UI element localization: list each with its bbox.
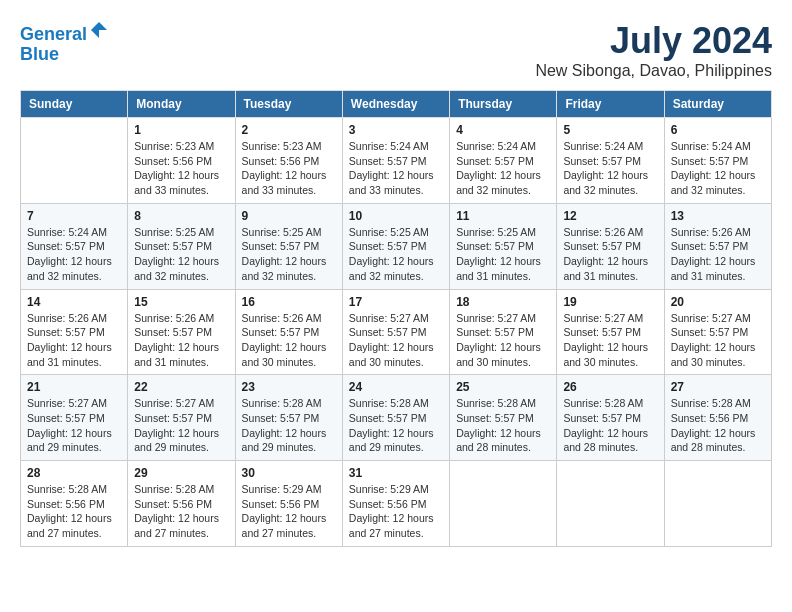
subtitle: New Sibonga, Davao, Philippines <box>535 62 772 80</box>
calendar-cell: 20Sunrise: 5:27 AM Sunset: 5:57 PM Dayli… <box>664 289 771 375</box>
day-detail: Sunrise: 5:28 AM Sunset: 5:56 PM Dayligh… <box>134 482 228 541</box>
day-detail: Sunrise: 5:27 AM Sunset: 5:57 PM Dayligh… <box>671 311 765 370</box>
calendar-cell <box>664 461 771 547</box>
day-detail: Sunrise: 5:27 AM Sunset: 5:57 PM Dayligh… <box>349 311 443 370</box>
day-detail: Sunrise: 5:28 AM Sunset: 5:56 PM Dayligh… <box>27 482 121 541</box>
calendar-week-row: 1Sunrise: 5:23 AM Sunset: 5:56 PM Daylig… <box>21 118 772 204</box>
title-section: July 2024 New Sibonga, Davao, Philippine… <box>535 20 772 80</box>
day-number: 17 <box>349 295 443 309</box>
calendar-cell <box>450 461 557 547</box>
day-detail: Sunrise: 5:24 AM Sunset: 5:57 PM Dayligh… <box>27 225 121 284</box>
day-number: 23 <box>242 380 336 394</box>
calendar-cell: 23Sunrise: 5:28 AM Sunset: 5:57 PM Dayli… <box>235 375 342 461</box>
calendar-cell: 14Sunrise: 5:26 AM Sunset: 5:57 PM Dayli… <box>21 289 128 375</box>
day-detail: Sunrise: 5:25 AM Sunset: 5:57 PM Dayligh… <box>134 225 228 284</box>
calendar-cell: 5Sunrise: 5:24 AM Sunset: 5:57 PM Daylig… <box>557 118 664 204</box>
weekday-header-cell: Saturday <box>664 91 771 118</box>
day-number: 27 <box>671 380 765 394</box>
calendar-cell: 6Sunrise: 5:24 AM Sunset: 5:57 PM Daylig… <box>664 118 771 204</box>
calendar-cell: 12Sunrise: 5:26 AM Sunset: 5:57 PM Dayli… <box>557 203 664 289</box>
calendar-cell: 19Sunrise: 5:27 AM Sunset: 5:57 PM Dayli… <box>557 289 664 375</box>
calendar-week-row: 7Sunrise: 5:24 AM Sunset: 5:57 PM Daylig… <box>21 203 772 289</box>
day-detail: Sunrise: 5:26 AM Sunset: 5:57 PM Dayligh… <box>134 311 228 370</box>
day-detail: Sunrise: 5:26 AM Sunset: 5:57 PM Dayligh… <box>242 311 336 370</box>
day-number: 2 <box>242 123 336 137</box>
day-number: 22 <box>134 380 228 394</box>
calendar-cell: 31Sunrise: 5:29 AM Sunset: 5:56 PM Dayli… <box>342 461 449 547</box>
day-number: 24 <box>349 380 443 394</box>
day-detail: Sunrise: 5:26 AM Sunset: 5:57 PM Dayligh… <box>563 225 657 284</box>
day-detail: Sunrise: 5:28 AM Sunset: 5:57 PM Dayligh… <box>563 396 657 455</box>
day-detail: Sunrise: 5:23 AM Sunset: 5:56 PM Dayligh… <box>242 139 336 198</box>
day-number: 5 <box>563 123 657 137</box>
calendar-cell: 25Sunrise: 5:28 AM Sunset: 5:57 PM Dayli… <box>450 375 557 461</box>
day-detail: Sunrise: 5:24 AM Sunset: 5:57 PM Dayligh… <box>456 139 550 198</box>
logo-blue: Blue <box>20 44 59 64</box>
day-number: 12 <box>563 209 657 223</box>
day-number: 29 <box>134 466 228 480</box>
calendar-cell: 21Sunrise: 5:27 AM Sunset: 5:57 PM Dayli… <box>21 375 128 461</box>
day-number: 6 <box>671 123 765 137</box>
calendar-week-row: 28Sunrise: 5:28 AM Sunset: 5:56 PM Dayli… <box>21 461 772 547</box>
weekday-header-row: SundayMondayTuesdayWednesdayThursdayFrid… <box>21 91 772 118</box>
day-detail: Sunrise: 5:26 AM Sunset: 5:57 PM Dayligh… <box>671 225 765 284</box>
weekday-header-cell: Wednesday <box>342 91 449 118</box>
day-detail: Sunrise: 5:29 AM Sunset: 5:56 PM Dayligh… <box>242 482 336 541</box>
calendar-cell: 8Sunrise: 5:25 AM Sunset: 5:57 PM Daylig… <box>128 203 235 289</box>
day-detail: Sunrise: 5:25 AM Sunset: 5:57 PM Dayligh… <box>349 225 443 284</box>
calendar-cell: 7Sunrise: 5:24 AM Sunset: 5:57 PM Daylig… <box>21 203 128 289</box>
calendar-cell: 3Sunrise: 5:24 AM Sunset: 5:57 PM Daylig… <box>342 118 449 204</box>
calendar-cell <box>21 118 128 204</box>
calendar-cell: 9Sunrise: 5:25 AM Sunset: 5:57 PM Daylig… <box>235 203 342 289</box>
day-number: 25 <box>456 380 550 394</box>
day-number: 21 <box>27 380 121 394</box>
page-header: General Blue July 2024 New Sibonga, Dava… <box>20 20 772 80</box>
logo-icon <box>89 20 109 40</box>
calendar-cell: 18Sunrise: 5:27 AM Sunset: 5:57 PM Dayli… <box>450 289 557 375</box>
weekday-header-cell: Sunday <box>21 91 128 118</box>
day-number: 11 <box>456 209 550 223</box>
weekday-header-cell: Friday <box>557 91 664 118</box>
day-detail: Sunrise: 5:28 AM Sunset: 5:57 PM Dayligh… <box>456 396 550 455</box>
day-detail: Sunrise: 5:25 AM Sunset: 5:57 PM Dayligh… <box>456 225 550 284</box>
day-detail: Sunrise: 5:25 AM Sunset: 5:57 PM Dayligh… <box>242 225 336 284</box>
weekday-header-cell: Thursday <box>450 91 557 118</box>
calendar-cell: 24Sunrise: 5:28 AM Sunset: 5:57 PM Dayli… <box>342 375 449 461</box>
day-number: 8 <box>134 209 228 223</box>
calendar-body: 1Sunrise: 5:23 AM Sunset: 5:56 PM Daylig… <box>21 118 772 547</box>
day-number: 28 <box>27 466 121 480</box>
day-detail: Sunrise: 5:24 AM Sunset: 5:57 PM Dayligh… <box>349 139 443 198</box>
day-number: 3 <box>349 123 443 137</box>
day-detail: Sunrise: 5:27 AM Sunset: 5:57 PM Dayligh… <box>27 396 121 455</box>
calendar-cell <box>557 461 664 547</box>
day-number: 15 <box>134 295 228 309</box>
calendar-week-row: 21Sunrise: 5:27 AM Sunset: 5:57 PM Dayli… <box>21 375 772 461</box>
calendar-cell: 1Sunrise: 5:23 AM Sunset: 5:56 PM Daylig… <box>128 118 235 204</box>
day-number: 18 <box>456 295 550 309</box>
calendar-cell: 16Sunrise: 5:26 AM Sunset: 5:57 PM Dayli… <box>235 289 342 375</box>
day-number: 10 <box>349 209 443 223</box>
weekday-header-cell: Tuesday <box>235 91 342 118</box>
day-number: 26 <box>563 380 657 394</box>
calendar-cell: 30Sunrise: 5:29 AM Sunset: 5:56 PM Dayli… <box>235 461 342 547</box>
day-number: 30 <box>242 466 336 480</box>
day-detail: Sunrise: 5:29 AM Sunset: 5:56 PM Dayligh… <box>349 482 443 541</box>
calendar-cell: 2Sunrise: 5:23 AM Sunset: 5:56 PM Daylig… <box>235 118 342 204</box>
calendar-cell: 10Sunrise: 5:25 AM Sunset: 5:57 PM Dayli… <box>342 203 449 289</box>
logo-general: General <box>20 24 87 44</box>
day-detail: Sunrise: 5:24 AM Sunset: 5:57 PM Dayligh… <box>671 139 765 198</box>
day-number: 4 <box>456 123 550 137</box>
calendar-cell: 11Sunrise: 5:25 AM Sunset: 5:57 PM Dayli… <box>450 203 557 289</box>
calendar-cell: 4Sunrise: 5:24 AM Sunset: 5:57 PM Daylig… <box>450 118 557 204</box>
logo: General Blue <box>20 20 109 65</box>
calendar-cell: 15Sunrise: 5:26 AM Sunset: 5:57 PM Dayli… <box>128 289 235 375</box>
day-detail: Sunrise: 5:28 AM Sunset: 5:57 PM Dayligh… <box>242 396 336 455</box>
day-detail: Sunrise: 5:23 AM Sunset: 5:56 PM Dayligh… <box>134 139 228 198</box>
calendar-cell: 27Sunrise: 5:28 AM Sunset: 5:56 PM Dayli… <box>664 375 771 461</box>
main-title: July 2024 <box>535 20 772 62</box>
day-number: 13 <box>671 209 765 223</box>
calendar-table: SundayMondayTuesdayWednesdayThursdayFrid… <box>20 90 772 547</box>
svg-marker-0 <box>91 22 107 38</box>
day-number: 19 <box>563 295 657 309</box>
day-detail: Sunrise: 5:27 AM Sunset: 5:57 PM Dayligh… <box>563 311 657 370</box>
